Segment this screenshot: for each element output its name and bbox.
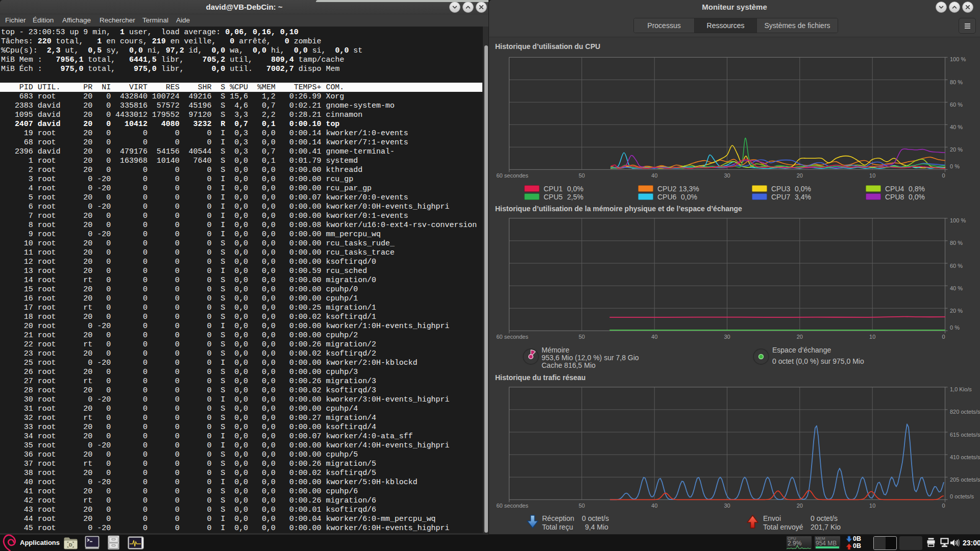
svg-text:10: 10 xyxy=(869,334,875,340)
svg-text:50: 50 xyxy=(579,172,585,179)
svg-text:80 %: 80 % xyxy=(950,79,963,85)
svg-text:30: 30 xyxy=(724,172,730,179)
svg-text:40 %: 40 % xyxy=(950,124,963,130)
svg-text:60 %: 60 % xyxy=(950,263,963,269)
svg-text:50: 50 xyxy=(579,503,585,509)
svg-text:60 secondes: 60 secondes xyxy=(497,503,529,509)
svg-text:20 %: 20 % xyxy=(950,146,963,153)
svg-text:D: D xyxy=(69,542,72,547)
svg-text:1,0 Kio/s: 1,0 Kio/s xyxy=(950,386,972,392)
svg-text:80 %: 80 % xyxy=(950,240,963,246)
svg-text:410 octets/s: 410 octets/s xyxy=(950,454,980,460)
svg-text:100 %: 100 % xyxy=(950,56,966,62)
svg-text:10: 10 xyxy=(869,172,875,179)
svg-text:20 %: 20 % xyxy=(950,308,963,314)
svg-text:60 secondes: 60 secondes xyxy=(497,172,529,179)
svg-text:40 %: 40 % xyxy=(950,285,963,291)
svg-text:0: 0 xyxy=(942,334,945,340)
svg-text:50: 50 xyxy=(579,334,585,340)
svg-text:30: 30 xyxy=(724,334,730,340)
svg-text:40: 40 xyxy=(651,172,657,179)
svg-text:20: 20 xyxy=(797,334,803,340)
svg-text:0: 0 xyxy=(942,172,945,179)
svg-text:205 octets/s: 205 octets/s xyxy=(950,477,980,483)
svg-text:0: 0 xyxy=(942,503,945,509)
svg-text:20: 20 xyxy=(797,172,803,179)
svg-text:10: 10 xyxy=(869,503,875,509)
svg-text:40: 40 xyxy=(651,334,657,340)
svg-text:20: 20 xyxy=(797,503,803,509)
svg-text:615 octets/s: 615 octets/s xyxy=(950,432,980,438)
svg-text:0 octets/s: 0 octets/s xyxy=(950,493,974,499)
svg-text:30: 30 xyxy=(724,503,730,509)
svg-text:0 %: 0 % xyxy=(950,163,960,169)
svg-text:820 octets/s: 820 octets/s xyxy=(950,409,980,415)
svg-text:60 %: 60 % xyxy=(950,102,963,108)
svg-text:100 %: 100 % xyxy=(950,217,966,223)
svg-text:40: 40 xyxy=(651,503,657,509)
svg-text:0 %: 0 % xyxy=(950,324,960,331)
svg-text:60 secondes: 60 secondes xyxy=(497,334,529,340)
